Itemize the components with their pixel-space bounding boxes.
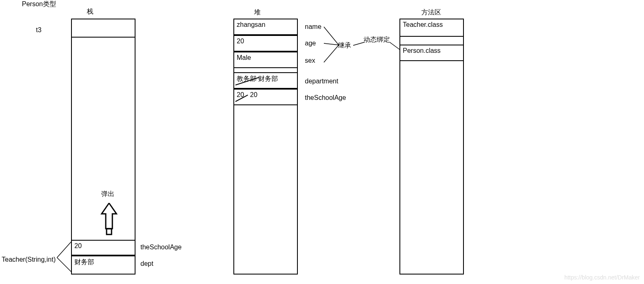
svg-line-1 xyxy=(57,242,71,258)
person-type-label: Person类型 xyxy=(22,0,56,9)
heap-schoolage-new: 20 xyxy=(250,91,257,98)
stack-dept-label: dept xyxy=(140,260,153,267)
person-class-label: Person.class xyxy=(403,47,441,54)
heap-schoolage-label: theSchoolAge xyxy=(305,94,346,102)
svg-line-5 xyxy=(324,45,339,62)
stack-column xyxy=(71,19,135,275)
heap-cell-sex: Male xyxy=(233,52,298,68)
inherit-label: 继承 xyxy=(338,41,351,50)
heap-sex-label: sex xyxy=(305,57,315,64)
method-area-title: 方法区 xyxy=(421,8,441,17)
stack-schoolage-value: 20 xyxy=(74,242,82,249)
method-cell-person: Person.class xyxy=(399,45,464,61)
svg-line-3 xyxy=(324,27,339,45)
svg-line-6 xyxy=(353,42,365,45)
teacher-ctor-label: Teacher(String,int) xyxy=(2,256,56,263)
heap-department-new: 财务部 xyxy=(258,75,278,82)
stack-cell-schoolage: 20 xyxy=(71,240,135,256)
heap-age-value: 20 xyxy=(237,38,244,45)
heap-name-label: name xyxy=(305,23,321,31)
heap-name-value: zhangsan xyxy=(237,21,265,28)
heap-cell-name: zhangsan xyxy=(233,19,298,35)
heap-cell-department: 教务部 财务部 xyxy=(233,72,298,89)
stack-cell-dept: 财务部 xyxy=(71,256,135,275)
heap-age-label: age xyxy=(305,40,316,47)
t3-label: t3 xyxy=(36,26,41,34)
svg-line-4 xyxy=(324,43,339,45)
heap-title: 堆 xyxy=(254,8,261,17)
stack-top-divider xyxy=(71,37,135,38)
popup-label: 弹出 xyxy=(101,190,114,199)
heap-sex-value: Male xyxy=(237,54,251,61)
method-cell-teacher: Teacher.class xyxy=(399,19,464,37)
teacher-class-label: Teacher.class xyxy=(403,21,443,28)
svg-line-2 xyxy=(57,258,71,272)
heap-cell-age: 20 xyxy=(233,35,298,52)
stack-schoolage-label: theSchoolAge xyxy=(140,244,182,251)
dynamic-binding-label: 动态绑定 xyxy=(364,36,390,44)
heap-department-label: department xyxy=(305,78,338,85)
stack-dept-value: 财务部 xyxy=(74,258,94,265)
watermark: https://blog.csdn.net/DrMaker xyxy=(564,274,640,281)
stack-title: 栈 xyxy=(87,7,93,16)
